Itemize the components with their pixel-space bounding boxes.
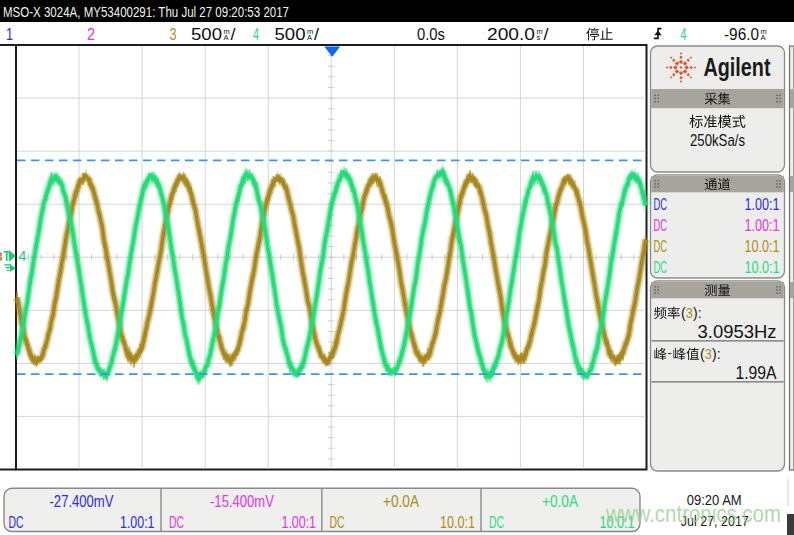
svg-text:/: / [544, 26, 550, 43]
svg-text:1.00:1: 1.00:1 [745, 196, 780, 213]
svg-text:3: 3 [705, 346, 712, 362]
svg-text:3.0953Hz: 3.0953Hz [698, 322, 777, 342]
svg-text:DC: DC [654, 259, 668, 276]
svg-text:+0.0A: +0.0A [383, 493, 419, 510]
svg-text:1.00:1: 1.00:1 [745, 217, 780, 234]
svg-text:DC: DC [654, 196, 668, 213]
svg-text:4: 4 [681, 26, 687, 43]
svg-text:DC: DC [654, 217, 668, 234]
svg-text:200.0: 200.0 [487, 26, 535, 43]
svg-text:10.0:1: 10.0:1 [745, 259, 780, 276]
svg-text:0.0s: 0.0s [417, 26, 445, 43]
svg-text:4: 4 [19, 248, 27, 264]
svg-text:s: s [537, 33, 541, 42]
svg-text:500: 500 [275, 26, 306, 43]
svg-text:1.99A: 1.99A [736, 363, 777, 383]
svg-text:-96.0: -96.0 [724, 26, 759, 43]
svg-text:-15.400mV: -15.400mV [210, 493, 274, 510]
svg-text::: : [717, 346, 721, 362]
svg-text:/: / [231, 26, 237, 43]
svg-text:10.0:1: 10.0:1 [440, 514, 475, 531]
svg-text:+0.0A: +0.0A [542, 493, 578, 510]
svg-text:3: 3 [686, 305, 693, 321]
svg-text:MSO-X 3024A, MY53400291: Thu J: MSO-X 3024A, MY53400291: Thu Jul 27 09:2… [3, 3, 289, 20]
svg-text:10.0:1: 10.0:1 [745, 238, 780, 255]
svg-text:3: 3 [0, 249, 3, 264]
svg-text:DC: DC [330, 514, 345, 531]
svg-text:1.00:1: 1.00:1 [282, 514, 317, 531]
svg-text:4: 4 [253, 26, 259, 43]
svg-text:250kSa/s: 250kSa/s [690, 131, 745, 150]
svg-text:1: 1 [6, 26, 13, 43]
svg-text:Agilent: Agilent [704, 52, 771, 82]
svg-text:A: A [224, 33, 229, 42]
svg-text:3: 3 [170, 26, 177, 43]
svg-text:2: 2 [87, 26, 95, 43]
svg-text:1.00:1: 1.00:1 [120, 514, 155, 531]
svg-text:A: A [307, 33, 312, 42]
svg-text:DC: DC [169, 514, 184, 531]
svg-text:A: A [761, 33, 766, 42]
svg-text:-27.400mV: -27.400mV [50, 493, 114, 510]
svg-text:-: - [668, 345, 672, 360]
svg-text:DC: DC [654, 238, 668, 255]
svg-text:/: / [314, 26, 320, 43]
svg-text:DC: DC [489, 514, 504, 531]
svg-text::: : [698, 305, 702, 321]
svg-text:www.cntronics.com: www.cntronics.com [605, 501, 781, 527]
svg-text:500: 500 [191, 26, 222, 43]
svg-text:DC: DC [9, 514, 24, 531]
